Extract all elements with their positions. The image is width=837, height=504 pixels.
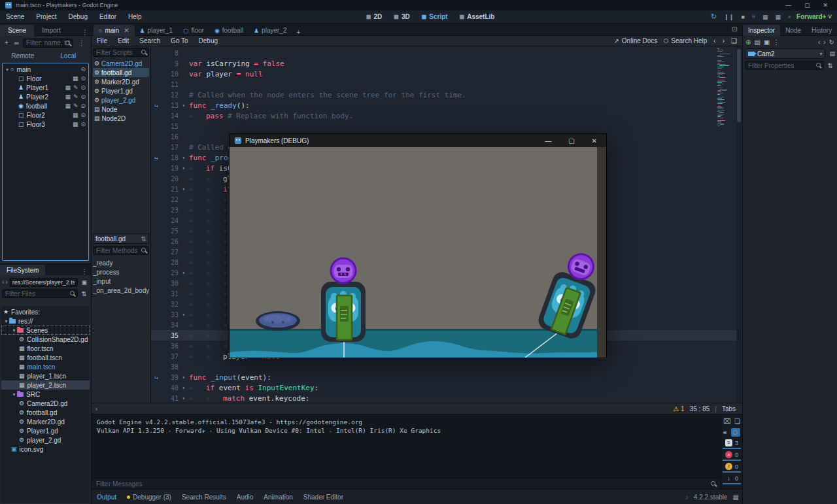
method-_on_area_2d_body_[interactable]: _on_area_2d_body_... — [93, 286, 149, 295]
eye-icon[interactable]: ⊙ — [80, 121, 86, 127]
line-number[interactable]: 21 — [162, 186, 179, 193]
menu-debug[interactable]: Debug — [62, 13, 93, 20]
game-close-button[interactable]: ✕ — [592, 137, 597, 144]
tree-caret-icon[interactable]: ▾ — [3, 318, 9, 324]
method-_ready[interactable]: _ready — [93, 258, 149, 267]
dock-tab-import[interactable]: Import — [34, 25, 68, 36]
line-number[interactable]: 10 — [162, 71, 179, 78]
script-item-player_2.gd[interactable]: ⚙player_2.gd — [93, 95, 149, 105]
fold-arrow-icon[interactable]: ▾ — [179, 165, 189, 171]
stop-icon[interactable]: ■ — [741, 14, 744, 20]
filesystem-menu-icon[interactable]: ⋮ — [78, 268, 91, 275]
toggle-panel-icon[interactable]: ▦ — [733, 494, 739, 501]
line-number[interactable]: 38 — [162, 363, 179, 371]
fold-arrow-icon[interactable]: ▾ — [179, 312, 189, 318]
line-number[interactable]: 31 — [162, 290, 179, 297]
scene-node-Floor[interactable]: ▢Floor▦⊙ — [3, 74, 88, 83]
slate-icon[interactable]: ▦ — [65, 93, 71, 100]
slate-icon[interactable]: ▦ — [65, 84, 71, 91]
fold-arrow-icon[interactable]: ▾ — [179, 155, 189, 161]
eye-icon[interactable]: ⊙ — [80, 84, 86, 91]
script-forward-icon[interactable]: › — [723, 37, 725, 44]
indent-mode[interactable]: Tabs — [722, 405, 736, 412]
fs-entry-floor.tscn[interactable]: ▦floor.tscn — [1, 344, 90, 353]
bottom-tab-debugger-3-[interactable]: Debugger (3) — [122, 494, 177, 501]
reload-project-icon[interactable]: ↻ — [711, 12, 717, 21]
script-menu-go-to[interactable]: Go To — [165, 37, 194, 44]
fold-arrow-icon[interactable]: ▾ — [179, 385, 189, 391]
code-line-11[interactable]: 11 — [151, 79, 742, 90]
new-resource-icon[interactable]: ⊕ — [745, 39, 751, 46]
play-custom-scene-icon[interactable]: ▦ — [775, 14, 781, 20]
script-back-icon[interactable]: ‹ — [713, 37, 715, 44]
fs-entry-football.tscn[interactable]: ▦football.tscn — [1, 353, 90, 362]
scene-tab-main[interactable]: ○main✕ — [94, 25, 135, 36]
script-icon[interactable]: ✎ — [73, 93, 78, 100]
line-number[interactable]: 14 — [162, 112, 179, 120]
line-number[interactable]: 20 — [162, 175, 179, 182]
code-minimap[interactable] — [717, 48, 734, 401]
warning-icon[interactable]: ⚠ 1 — [673, 405, 684, 412]
line-number[interactable]: 34 — [162, 322, 179, 329]
signal-connection-icon[interactable]: ↪ — [151, 102, 162, 109]
code-line-15[interactable]: 15 — [151, 121, 742, 131]
method-_process[interactable]: _process — [93, 267, 149, 277]
line-number[interactable]: 23 — [162, 207, 179, 214]
remote-tab[interactable]: Remote — [0, 52, 46, 59]
filter-messages-input[interactable] — [94, 479, 719, 488]
line-number[interactable]: 33 — [162, 311, 179, 318]
inspector-dock-tab-history[interactable]: History — [806, 25, 837, 36]
filesystem-tab[interactable]: FileSystem — [0, 265, 45, 275]
errors-filter-toggle[interactable]: ×0 — [723, 450, 741, 461]
script-item-Player1.gd[interactable]: ⚙Player1.gd — [93, 86, 149, 95]
scene-node-main[interactable]: ▾○main⊙ — [3, 65, 88, 74]
line-number[interactable]: 40 — [162, 384, 179, 392]
code-line-9[interactable]: 9var isCarrying = false — [151, 58, 742, 69]
close-tab-icon[interactable]: ✕ — [124, 27, 129, 34]
code-line-14[interactable]: 14»pass # Replace with function body. — [151, 110, 742, 121]
close-button[interactable]: ✕ — [823, 2, 828, 8]
tree-caret-icon[interactable]: ▾ — [4, 67, 10, 73]
inspector-back-icon[interactable]: ‹ — [818, 39, 820, 46]
open-docs-icon[interactable]: ▤ — [827, 50, 837, 57]
bottom-tab-shader-editor[interactable]: Shader Editor — [298, 494, 349, 501]
scene-tab-player_2[interactable]: ♟player_2 — [248, 25, 292, 36]
sort-methods-icon[interactable]: ⇅ — [141, 235, 146, 243]
inspector-dock-tab-node[interactable]: Node — [780, 25, 806, 36]
copy-output-icon[interactable]: ❏ — [734, 418, 740, 425]
eye-icon[interactable]: ⊙ — [80, 93, 86, 100]
game-window-titlebar[interactable]: Playmakers (DEBUG) — ▢ ✕ — [230, 134, 606, 147]
script-menu-file[interactable]: File — [92, 37, 112, 44]
line-number[interactable]: 9 — [162, 60, 179, 67]
game-minimize-button[interactable]: — — [545, 137, 551, 144]
scene-node-Floor2[interactable]: ▢Floor2▦⊙ — [3, 110, 88, 120]
script-item-football.gd[interactable]: ⚙football.gd — [93, 68, 149, 77]
script-item-Node2D[interactable]: ▤Node2D — [93, 114, 149, 123]
fs-entry-res[interactable]: ▾res:// — [1, 316, 90, 326]
pause-icon[interactable]: ❙❙ — [724, 14, 734, 20]
line-number[interactable]: 17 — [162, 144, 179, 151]
fs-entry-Scenes[interactable]: ▾Scenes — [1, 326, 90, 335]
eye-icon[interactable]: ⊙ — [80, 112, 86, 118]
fold-arrow-icon[interactable]: ▾ — [179, 375, 189, 380]
line-number[interactable]: 41 — [162, 395, 179, 402]
line-number[interactable]: 8 — [162, 50, 179, 57]
fs-entry-main.tscn[interactable]: ▦main.tscn — [1, 362, 90, 371]
scene-node-Player1[interactable]: ♟Player1▦✎⊙ — [3, 83, 88, 92]
line-number[interactable]: 11 — [162, 81, 179, 88]
line-number[interactable]: 13 — [162, 102, 179, 109]
distraction-free-icon[interactable]: ⊡ — [732, 25, 737, 33]
fs-entry-player_2.gd[interactable]: ⚙player_2.gd — [1, 435, 90, 445]
fs-entry-Camera2D.gd[interactable]: ⚙Camera2D.gd — [1, 399, 90, 408]
toggle-scripts-panel-icon[interactable]: ‹ — [92, 405, 101, 412]
sort-files-icon[interactable]: ⇅ — [80, 290, 89, 297]
line-number[interactable]: 26 — [162, 238, 179, 245]
script-icon[interactable]: ✎ — [73, 84, 78, 91]
line-number[interactable]: 39 — [162, 374, 179, 381]
info-filter-toggle[interactable]: ↓0 — [723, 473, 741, 484]
tree-caret-icon[interactable]: ▾ — [11, 328, 17, 333]
line-number[interactable]: 18 — [162, 154, 179, 161]
code-scrollbar-thumb[interactable] — [737, 49, 741, 122]
slate-icon[interactable]: ▦ — [65, 103, 71, 109]
filesystem-path-input[interactable] — [9, 278, 78, 287]
